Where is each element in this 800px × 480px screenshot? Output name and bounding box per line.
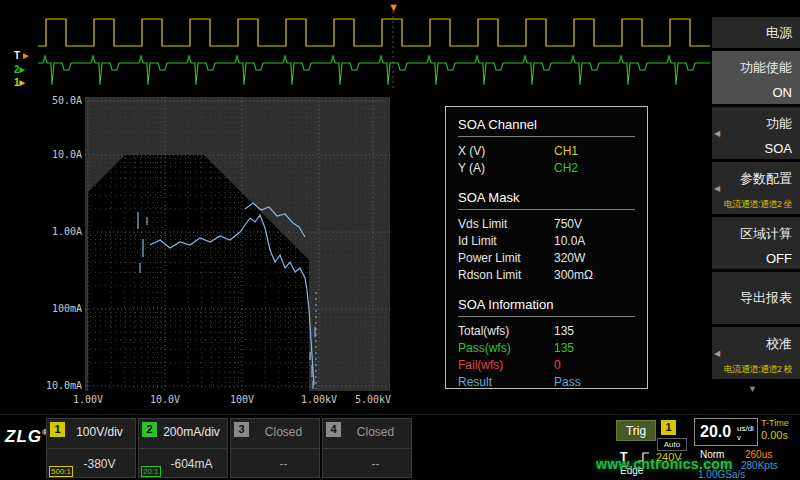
soa-info-panel: SOA Channel X (V) CH1 Y (A) CH2 SOA Mask…: [445, 106, 648, 389]
sidebar-item-power[interactable]: 电源: [712, 17, 800, 48]
channel2-badge: 2: [142, 422, 157, 437]
sidebar-item-calibration[interactable]: ◀ 校准 电流通道:通道2 校: [712, 327, 800, 379]
timebase-value: 20.0: [700, 423, 731, 441]
soa-mask-title: SOA Mask: [458, 188, 635, 210]
trigger-level-marker[interactable]: T ▶: [14, 50, 38, 61]
trigger-time-readout: T-Time 0.00s: [761, 418, 799, 441]
x-axis-tick: 1.00kV: [297, 394, 341, 405]
watermark-text: www.cntronics.com: [596, 456, 733, 472]
info-row: Result Pass: [458, 373, 635, 390]
ch2-position-marker[interactable]: 2▶: [14, 64, 38, 75]
divider: [231, 448, 319, 449]
channel4-status: Closed: [343, 425, 408, 439]
y-channel-label: Y (A): [458, 161, 554, 175]
trigger-mode-button[interactable]: Auto: [657, 438, 687, 451]
x-axis-tick: 10.0V: [143, 394, 187, 405]
marker-arrow-icon: ▶: [23, 52, 28, 59]
marker-arrow-icon: ▶: [20, 66, 25, 73]
marker-arrow-icon: ▶: [20, 79, 25, 86]
sidebar-item-parameter-config[interactable]: ◀ 参数配置 电流通道:通道2 坐: [712, 162, 800, 214]
rdson-limit-value: 300mΩ: [554, 268, 635, 282]
trigger-source-badge[interactable]: 1: [661, 420, 676, 435]
sidebar-item-export-report[interactable]: 导出报表: [712, 272, 800, 324]
menu-label: 功能使能: [720, 59, 792, 77]
channel4-badge: 4: [326, 422, 341, 437]
channel1-box[interactable]: 1 100V/div 500:1 -380V: [46, 418, 136, 478]
pass-wfs-value: 135: [554, 341, 635, 355]
vds-limit-value: 750V: [554, 217, 635, 231]
menu-scroll-down-icon[interactable]: ▼: [748, 384, 757, 394]
channel4-box[interactable]: 4 Closed --: [322, 418, 412, 478]
info-row: Total(wfs) 135: [458, 322, 635, 339]
submenu-arrow-icon: ◀: [714, 184, 720, 193]
oscilloscope-screen: ▼ T ▶ 2▶ 1▶ 50.0A 10.0A 1.00A 100mA 10.0…: [0, 0, 800, 480]
channel2-box[interactable]: 2 200mA/div 20:1 -604mA: [138, 418, 228, 478]
info-row: Fail(wfs) 0: [458, 356, 635, 373]
ttime-value: 0.00s: [761, 429, 799, 441]
soa-channel-title: SOA Channel: [458, 115, 635, 137]
sidebar-item-function[interactable]: ◀ 功能 SOA: [712, 107, 800, 159]
result-value: Pass: [554, 375, 635, 389]
x-channel-label: X (V): [458, 144, 554, 158]
result-label: Result: [458, 375, 554, 389]
channel2-probe-ratio: 20:1: [141, 466, 161, 477]
menu-label: 导出报表: [720, 272, 792, 324]
channel3-box[interactable]: 3 Closed --: [230, 418, 320, 478]
info-row: Y (A) CH2: [458, 159, 635, 176]
soa-plot: [85, 97, 390, 391]
rdson-limit-label: Rdson Limit: [458, 268, 554, 282]
channel3-status: Closed: [251, 425, 316, 439]
channel3-offset: --: [251, 457, 316, 471]
menu-subtext: 电流通道:通道2 坐: [720, 198, 792, 211]
bottom-status-bar: ZLG® 1 100V/div 500:1 -380V 2 200mA/div …: [0, 414, 800, 480]
menu-label: 校准: [720, 335, 792, 353]
menu-subtext: 电流通道:通道2 校: [720, 363, 792, 376]
menu-label: 参数配置: [720, 170, 792, 188]
x-axis-tick: 1.00V: [66, 394, 110, 405]
submenu-arrow-icon: ◀: [714, 129, 720, 138]
info-row: Rdson Limit 300mΩ: [458, 266, 635, 283]
y-channel-value: CH2: [554, 161, 635, 175]
channel4-offset: --: [343, 457, 408, 471]
total-wfs-value: 135: [554, 324, 635, 338]
y-axis-tick: 10.0A: [36, 149, 82, 160]
divider: [323, 448, 411, 449]
menu-value: OFF: [720, 251, 792, 266]
pass-wfs-label: Pass(wfs): [458, 341, 554, 355]
total-wfs-label: Total(wfs): [458, 324, 554, 338]
channel1-scale: 100V/div: [67, 425, 132, 439]
info-row: Id Limit 10.0A: [458, 232, 635, 249]
info-row: Power Limit 320W: [458, 249, 635, 266]
submenu-arrow-icon: ◀: [714, 349, 720, 358]
sidebar-item-function-enable[interactable]: 功能使能 ON: [712, 51, 800, 104]
y-axis-tick: 10.0mA: [36, 380, 82, 391]
trigger-delay-value: 260us: [745, 449, 772, 460]
ch1-position-marker[interactable]: 1▶: [14, 77, 38, 88]
channel1-badge: 1: [50, 422, 65, 437]
menu-label: 区域计算: [720, 225, 792, 243]
menu-label: 电源: [720, 17, 792, 48]
power-limit-value: 320W: [554, 251, 635, 265]
info-row: Pass(wfs) 135: [458, 339, 635, 356]
ch2-waveform: [38, 56, 710, 85]
x-channel-value: CH1: [554, 144, 635, 158]
power-limit-label: Power Limit: [458, 251, 554, 265]
id-limit-label: Id Limit: [458, 234, 554, 248]
trigger-marker-icon[interactable]: ▼: [388, 2, 399, 13]
vds-limit-label: Vds Limit: [458, 217, 554, 231]
sidebar-item-area-calc[interactable]: 区域计算 OFF: [712, 217, 800, 269]
channel1-offset: -380V: [67, 457, 132, 471]
soa-information-title: SOA Information: [458, 295, 635, 317]
timebase-box[interactable]: 20.0 us/div: [694, 418, 758, 446]
fail-wfs-label: Fail(wfs): [458, 358, 554, 372]
channel3-badge: 3: [234, 422, 249, 437]
channel2-offset: -604mA: [159, 457, 224, 471]
waveform-display: [38, 6, 710, 90]
y-axis-tick: 100mA: [36, 303, 82, 314]
menu-value: SOA: [720, 141, 792, 156]
trig-status-button[interactable]: Trig: [616, 420, 656, 441]
x-axis-tick: 100V: [220, 394, 264, 405]
y-axis-tick: 1.00A: [36, 226, 82, 237]
info-row: X (V) CH1: [458, 142, 635, 159]
divider: [139, 448, 227, 449]
